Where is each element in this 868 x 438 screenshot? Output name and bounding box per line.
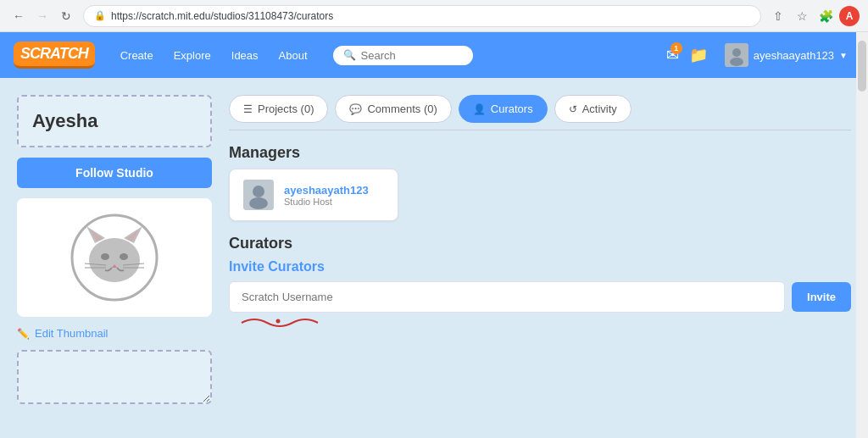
folder-button[interactable]: 📁 <box>689 46 708 64</box>
tab-activity[interactable]: ↺ Activity <box>554 95 632 123</box>
right-content: ☰ Projects (0) 💬 Comments (0) 👤 Curators… <box>229 95 851 421</box>
back-button[interactable]: ← <box>8 6 29 26</box>
nav-ideas[interactable]: Ideas <box>223 44 267 67</box>
search-input[interactable] <box>361 49 463 62</box>
notification-badge: 1 <box>670 42 682 54</box>
url-text: https://scratch.mit.edu/studios/31108473… <box>111 10 750 22</box>
description-textarea[interactable] <box>17 350 212 404</box>
tab-projects-label: Projects (0) <box>258 103 314 115</box>
page-wrapper: ← → ↻ 🔒 https://scratch.mit.edu/studios/… <box>0 0 868 438</box>
extensions-button[interactable]: 🧩 <box>815 6 836 26</box>
studio-name-box: Ayesha <box>17 95 212 147</box>
edit-thumbnail-label: Edit Thumbnail <box>35 327 108 340</box>
comments-icon: 💬 <box>349 103 362 115</box>
manager-name[interactable]: ayeshaayath123 <box>284 184 369 197</box>
curators-title: Curators <box>229 235 851 252</box>
browser-chrome: ← → ↻ 🔒 https://scratch.mit.edu/studios/… <box>0 0 868 32</box>
pencil-icon: ✏️ <box>17 328 30 340</box>
curators-icon: 👤 <box>473 103 486 115</box>
forward-button[interactable]: → <box>32 6 53 26</box>
messages-button[interactable]: ✉ 1 <box>666 46 679 64</box>
svg-point-2 <box>730 58 743 66</box>
address-bar[interactable]: 🔒 https://scratch.mit.edu/studios/311084… <box>83 5 761 27</box>
invite-title: Invite Curators <box>229 259 851 274</box>
follow-studio-button[interactable]: Follow Studio <box>17 158 212 188</box>
svg-point-9 <box>101 253 109 260</box>
scrollbar-area[interactable] <box>856 32 868 438</box>
scrollbar-thumb[interactable] <box>858 41 866 91</box>
search-icon: 🔍 <box>343 49 356 61</box>
tab-curators-label: Curators <box>491 103 533 115</box>
error-underline-svg <box>237 314 322 328</box>
main-content: Ayesha Follow Studio <box>0 78 868 438</box>
left-sidebar: Ayesha Follow Studio <box>17 95 212 421</box>
search-bar[interactable]: 🔍 <box>333 46 473 65</box>
curators-section: Curators Invite Curators Invite <box>229 235 851 313</box>
chevron-down-icon: ▼ <box>839 51 848 60</box>
svg-point-19 <box>276 319 281 324</box>
edit-thumbnail-button[interactable]: ✏️ Edit Thumbnail <box>17 327 212 340</box>
nav-explore[interactable]: Explore <box>165 44 220 67</box>
reload-button[interactable]: ↻ <box>56 6 76 26</box>
tab-curators[interactable]: 👤 Curators <box>459 95 548 123</box>
nav-links: Create Explore Ideas About <box>112 44 316 67</box>
svg-point-17 <box>253 186 264 197</box>
invite-input[interactable] <box>229 281 785 313</box>
browser-actions: ⇧ ☆ 🧩 A <box>768 6 860 26</box>
tabs-bar: ☰ Projects (0) 💬 Comments (0) 👤 Curators… <box>229 95 851 130</box>
tab-comments[interactable]: 💬 Comments (0) <box>335 95 451 123</box>
tab-projects[interactable]: ☰ Projects (0) <box>229 95 328 123</box>
cat-avatar-svg <box>68 211 161 304</box>
managers-title: Managers <box>229 144 851 162</box>
thumbnail-box <box>17 198 212 317</box>
svg-point-4 <box>89 238 140 282</box>
projects-icon: ☰ <box>243 103 253 115</box>
nav-create[interactable]: Create <box>112 44 162 67</box>
svg-point-1 <box>732 48 741 57</box>
invite-row: Invite <box>229 281 851 313</box>
svg-point-10 <box>120 253 128 260</box>
nav-buttons: ← → ↻ <box>8 6 76 26</box>
invite-button[interactable]: Invite <box>792 282 851 312</box>
bookmark-button[interactable]: ☆ <box>792 6 812 26</box>
user-menu[interactable]: ayeshaayath123 ▼ <box>718 40 854 70</box>
activity-icon: ↺ <box>569 103 577 115</box>
manager-role: Studio Host <box>284 197 369 207</box>
profile-circle[interactable]: A <box>839 6 860 26</box>
lock-icon: 🔒 <box>94 10 106 21</box>
scratch-navbar: SCRATCH Create Explore Ideas About 🔍 ✉ 1… <box>0 32 868 78</box>
tab-comments-label: Comments (0) <box>367 103 437 115</box>
studio-name: Ayesha <box>32 110 97 132</box>
nav-about[interactable]: About <box>270 44 316 67</box>
share-button[interactable]: ⇧ <box>768 6 788 26</box>
nav-right: ✉ 1 📁 ayeshaayath123 ▼ <box>666 40 854 70</box>
manager-avatar <box>243 180 274 210</box>
manager-info: ayeshaayath123 Studio Host <box>284 184 369 207</box>
username-label: ayeshaayath123 <box>754 49 834 62</box>
tab-activity-label: Activity <box>582 103 617 115</box>
scratch-logo[interactable]: SCRATCH <box>14 42 95 69</box>
manager-card: ayeshaayath123 Studio Host <box>229 169 398 221</box>
svg-point-18 <box>249 197 268 209</box>
user-avatar <box>725 43 748 67</box>
managers-section: Managers ayeshaayath123 Studio Host <box>229 144 851 221</box>
